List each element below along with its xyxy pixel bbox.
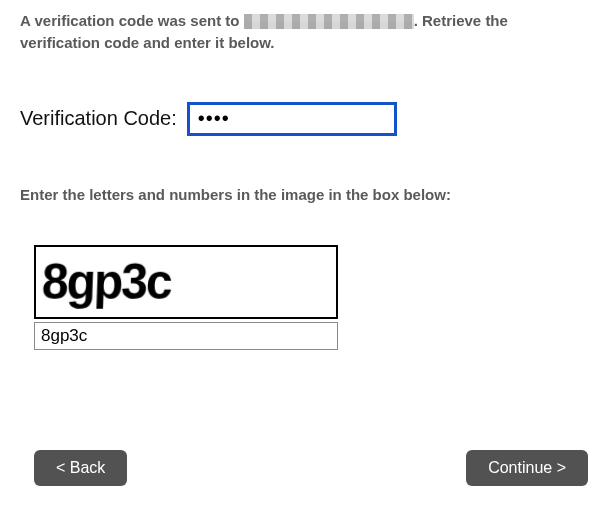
instruction-text: A verification code was sent to . Retrie… xyxy=(20,10,588,54)
verification-code-input[interactable] xyxy=(187,102,397,136)
continue-button[interactable]: Continue > xyxy=(466,450,588,486)
captcha-image-text: 8gp3c xyxy=(41,256,171,306)
verification-code-row: Verification Code: xyxy=(20,102,588,136)
instruction-prefix: A verification code was sent to xyxy=(20,12,244,29)
captcha-image: 8gp3c xyxy=(34,245,338,319)
verification-code-label: Verification Code: xyxy=(20,107,177,130)
back-button[interactable]: < Back xyxy=(34,450,127,486)
captcha-input[interactable] xyxy=(34,322,338,350)
captcha-prompt: Enter the letters and numbers in the ima… xyxy=(20,186,588,203)
button-row: < Back Continue > xyxy=(34,450,588,486)
redacted-destination xyxy=(244,14,414,29)
